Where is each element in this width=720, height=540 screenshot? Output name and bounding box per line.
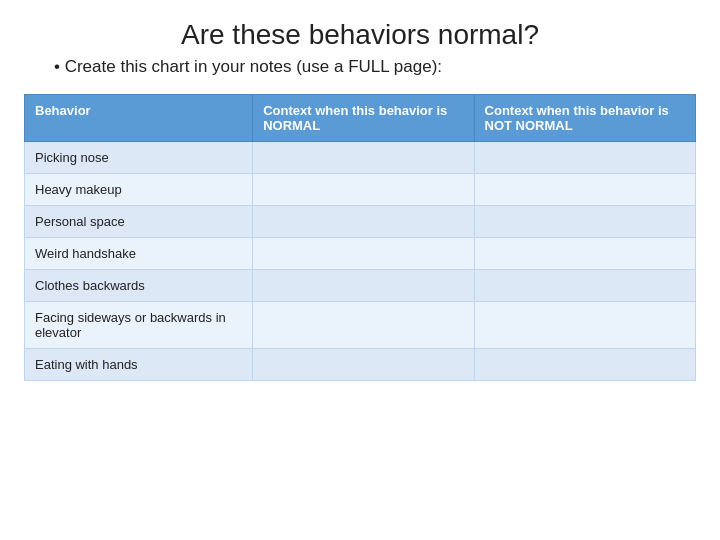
cell-not-normal: [474, 269, 695, 301]
table-row: Clothes backwards: [25, 269, 696, 301]
cell-not-normal: [474, 348, 695, 380]
table-body: Picking noseHeavy makeupPersonal spaceWe…: [25, 141, 696, 380]
cell-not-normal: [474, 141, 695, 173]
cell-not-normal: [474, 237, 695, 269]
cell-normal: [253, 269, 474, 301]
cell-not-normal: [474, 173, 695, 205]
cell-behavior: Facing sideways or backwards in elevator: [25, 301, 253, 348]
table-row: Weird handshake: [25, 237, 696, 269]
header-behavior: Behavior: [25, 94, 253, 141]
header-normal: Context when this behavior is NORMAL: [253, 94, 474, 141]
behaviors-table: Behavior Context when this behavior is N…: [24, 94, 696, 381]
cell-normal: [253, 205, 474, 237]
cell-behavior: Personal space: [25, 205, 253, 237]
header-not-normal: Context when this behavior is NOT NORMAL: [474, 94, 695, 141]
table-row: Facing sideways or backwards in elevator: [25, 301, 696, 348]
table-header: Behavior Context when this behavior is N…: [25, 94, 696, 141]
main-title: Are these behaviors normal?: [24, 18, 696, 52]
table-row: Picking nose: [25, 141, 696, 173]
cell-behavior: Weird handshake: [25, 237, 253, 269]
cell-normal: [253, 348, 474, 380]
cell-not-normal: [474, 301, 695, 348]
cell-behavior: Clothes backwards: [25, 269, 253, 301]
title-section: Are these behaviors normal? • Create thi…: [24, 18, 696, 78]
cell-behavior: Heavy makeup: [25, 173, 253, 205]
cell-normal: [253, 141, 474, 173]
table-row: Heavy makeup: [25, 173, 696, 205]
subtitle: • Create this chart in your notes (use a…: [24, 56, 696, 78]
cell-behavior: Eating with hands: [25, 348, 253, 380]
table-row: Eating with hands: [25, 348, 696, 380]
page: Are these behaviors normal? • Create thi…: [0, 0, 720, 540]
table-row: Personal space: [25, 205, 696, 237]
cell-normal: [253, 301, 474, 348]
cell-normal: [253, 237, 474, 269]
cell-behavior: Picking nose: [25, 141, 253, 173]
table-container: Behavior Context when this behavior is N…: [24, 94, 696, 528]
cell-not-normal: [474, 205, 695, 237]
cell-normal: [253, 173, 474, 205]
